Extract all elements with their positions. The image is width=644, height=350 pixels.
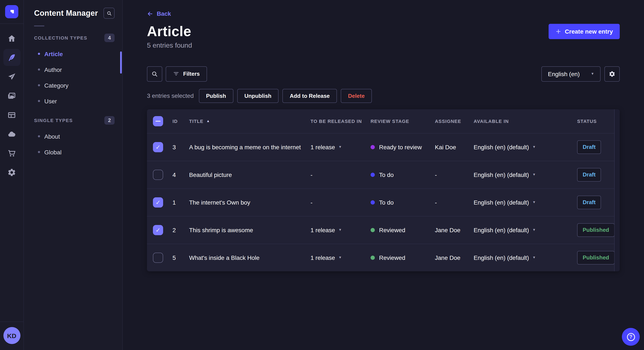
create-new-entry-button[interactable]: Create new entry	[548, 24, 620, 39]
nav-rail: KD	[0, 0, 24, 350]
available-locale-dropdown[interactable]: English (en) (default)▼	[474, 254, 577, 261]
status-badge: Draft	[577, 196, 601, 209]
row-checkbox[interactable]: ✓	[153, 170, 163, 180]
column-header-to-be-released-in[interactable]: TO BE RELEASED IN	[310, 119, 370, 124]
table-row[interactable]: ✓ 5 What's inside a Black Hole 1 release…	[147, 244, 620, 271]
filters-button[interactable]: Filters	[166, 66, 207, 82]
view-settings-button[interactable]	[604, 66, 620, 82]
strapi-app: KD Content Manager COLLECTION TYPES 4 Ar…	[0, 0, 644, 350]
chevron-down-icon: ▼	[532, 256, 536, 259]
sidebar-item-user[interactable]: User	[24, 93, 122, 109]
create-button-label: Create new entry	[565, 28, 613, 35]
sidebar-item-category[interactable]: Category	[24, 77, 122, 93]
select-all-checkbox[interactable]: ✓	[153, 116, 163, 126]
status-badge: Published	[577, 251, 614, 265]
release-dropdown[interactable]: -▼	[310, 199, 370, 206]
cell-review-stage: Ready to review	[379, 144, 422, 151]
strapi-logo[interactable]	[5, 5, 18, 18]
plus-icon	[556, 28, 561, 34]
review-stage-dot	[370, 256, 375, 260]
review-stage-dot	[370, 200, 375, 204]
settings-icon[interactable]	[3, 164, 20, 181]
table-row[interactable]: ✓ 3 A bug is becoming a meme on the inte…	[147, 133, 620, 161]
cell-title: A bug is becoming a meme on the internet	[189, 144, 301, 151]
unpublish-button[interactable]: Unpublish	[237, 89, 278, 103]
cell-title: The internet's Own boy	[189, 199, 250, 206]
release-dropdown[interactable]: 1 release▼	[310, 227, 370, 233]
content-manager-icon[interactable]	[3, 49, 20, 66]
cell-id: 3	[172, 144, 176, 151]
row-checkbox[interactable]: ✓	[153, 142, 163, 152]
table-scrollbar-track[interactable]	[614, 109, 620, 271]
sidebar-scrollbar[interactable]	[120, 51, 122, 74]
status-badge: Draft	[577, 168, 601, 181]
help-button[interactable]: ?	[622, 328, 640, 346]
media-library-icon[interactable]	[3, 87, 20, 104]
chevron-down-icon: ▼	[532, 201, 536, 204]
table-header: ✓ ID TITLE▲ TO BE RELEASED IN REVIEW STA…	[147, 109, 620, 133]
search-button[interactable]	[147, 66, 162, 82]
home-icon[interactable]	[3, 30, 20, 47]
marketplace-icon[interactable]	[3, 145, 20, 162]
column-header-assignee[interactable]: ASSIGNEE	[435, 119, 474, 124]
cell-title: What's inside a Black Hole	[189, 254, 260, 261]
release-caret-icon: ▼	[338, 256, 342, 259]
sidebar-item-article[interactable]: Article	[24, 46, 122, 62]
cell-id: 2	[172, 227, 176, 233]
column-header-available-in[interactable]: AVAILABLE IN	[474, 119, 577, 124]
back-link[interactable]: Back	[147, 10, 171, 17]
available-locale-dropdown[interactable]: English (en) (default)▼	[474, 172, 577, 178]
row-checkbox[interactable]: ✓	[153, 253, 163, 263]
sidebar-item-about[interactable]: About	[24, 128, 122, 144]
cell-review-stage: Reviewed	[379, 254, 405, 261]
sidebar-item-label: Author	[44, 66, 62, 73]
table-row[interactable]: ✓ 2 This shrimp is awesome 1 release▼ Re…	[147, 216, 620, 244]
main-content: Back Article Create new entry 5 entries …	[123, 0, 644, 350]
review-stage-dot	[370, 145, 375, 149]
check-icon: ✓	[156, 199, 160, 206]
column-header-id[interactable]: ID	[172, 119, 189, 124]
available-locale-dropdown[interactable]: English (en) (default)▼	[474, 199, 577, 206]
sidebar-item-label: Global	[44, 149, 62, 156]
toolbar: Filters English (en) ▼	[147, 66, 620, 82]
table-row[interactable]: ✓ 4 Beautiful picture -▼ To do - English…	[147, 161, 620, 188]
release-dropdown[interactable]: -▼	[310, 172, 370, 178]
releases-icon[interactable]	[3, 68, 20, 85]
content-type-builder-icon[interactable]	[3, 106, 20, 123]
row-checkbox[interactable]: ✓	[153, 225, 163, 235]
entries-table: ✓ ID TITLE▲ TO BE RELEASED IN REVIEW STA…	[147, 109, 620, 271]
rail-bottom: KD	[0, 322, 24, 350]
column-header-title[interactable]: TITLE▲	[189, 119, 210, 124]
sidebar-search-button[interactable]	[104, 8, 114, 19]
bullet-icon	[38, 151, 40, 153]
sidebar-item-author[interactable]: Author	[24, 62, 122, 77]
cell-id: 1	[172, 199, 176, 206]
selection-count-text: 3 entries selected	[147, 93, 194, 99]
cell-assignee: -	[435, 172, 437, 178]
add-to-release-button[interactable]: Add to Release	[282, 89, 337, 103]
release-dropdown[interactable]: 1 release▼	[310, 254, 370, 261]
column-header-review-stage[interactable]: REVIEW STAGE	[370, 119, 435, 124]
single-types-section: SINGLE TYPES 2 About Global	[24, 115, 122, 160]
table-row[interactable]: ✓ 1 The internet's Own boy -▼ To do - En…	[147, 188, 620, 216]
available-locale-dropdown[interactable]: English (en) (default)▼	[474, 144, 577, 151]
table-body: ✓ 3 A bug is becoming a meme on the inte…	[147, 133, 620, 271]
locale-select[interactable]: English (en) ▼	[542, 66, 600, 82]
available-locale-dropdown[interactable]: English (en) (default)▼	[474, 227, 577, 233]
release-dropdown[interactable]: 1 release▼	[310, 144, 370, 151]
sidebar-item-label: Category	[44, 82, 68, 89]
publish-button[interactable]: Publish	[199, 89, 233, 103]
chevron-down-icon: ▼	[532, 228, 536, 232]
row-checkbox[interactable]: ✓	[153, 197, 163, 207]
release-caret-icon: ▼	[338, 228, 342, 232]
delete-button[interactable]: Delete	[341, 89, 372, 103]
single-types-count-badge: 2	[104, 116, 114, 125]
deploy-icon[interactable]	[3, 126, 20, 143]
bullet-icon	[38, 84, 40, 86]
cell-assignee: Jane Doe	[435, 227, 460, 233]
avatar[interactable]: KD	[3, 327, 20, 344]
sidebar-item-global[interactable]: Global	[24, 144, 122, 160]
bullet-icon	[38, 135, 40, 137]
column-header-status[interactable]: STATUS	[577, 119, 611, 124]
bullet-icon	[38, 100, 40, 102]
